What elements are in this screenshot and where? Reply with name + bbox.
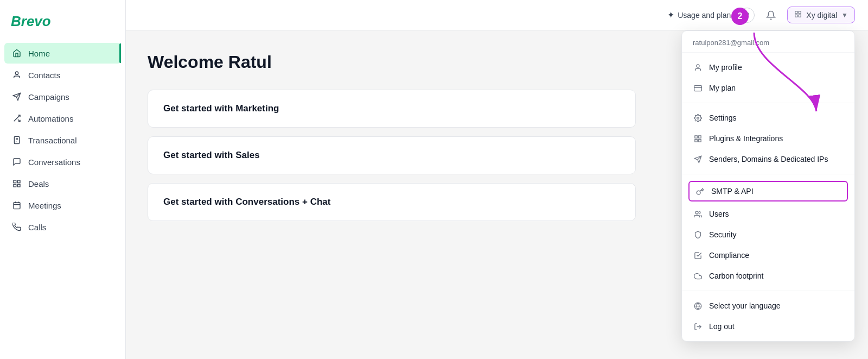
dropdown-smtp-label: SMTP & API [711,187,754,196]
card-sales[interactable]: Get started with Sales [148,136,636,174]
sidebar-nav: Home Contacts Campaigns Automations Tran… [0,43,125,237]
dropdown-item-smtp-api[interactable]: SMTP & API [688,181,848,201]
usage-and-plan-button[interactable]: ✦ Usage and plan [667,10,731,20]
svg-rect-22 [694,85,701,91]
conversations-icon [12,157,22,167]
deals-icon [12,179,22,188]
sidebar-item-conversations[interactable]: Conversations [4,152,121,172]
dropdown-security-label: Security [709,230,737,239]
dropdown-item-my-profile[interactable]: My profile [682,57,854,78]
sidebar-item-calls-label: Calls [28,223,46,232]
svg-rect-13 [14,203,20,209]
card-conversations-label: Get started with Conversations + Chat [163,197,330,207]
plugins-icon [693,134,703,143]
usage-trend-icon: ✦ [667,10,674,20]
dropdown-item-carbon[interactable]: Carbon footprint [682,266,854,286]
dropdown-carbon-label: Carbon footprint [709,272,763,280]
bell-icon [766,10,776,20]
dropdown-item-language[interactable]: Select your language [682,295,854,316]
dropdown-language-label: Select your language [709,301,781,310]
language-icon [693,301,703,311]
brevo-logo: Brevo [11,13,51,29]
sidebar: Brevo Home Contacts Campaigns Automation… [0,0,126,359]
card-sales-label: Get started with Sales [163,150,260,160]
account-grid-icon [794,10,802,20]
sidebar-item-campaigns[interactable]: Campaigns [4,86,121,107]
card-marketing[interactable]: Get started with Marketing [148,90,636,128]
logout-icon [693,322,703,331]
svg-rect-10 [17,180,20,183]
sidebar-item-calls[interactable]: Calls [4,217,121,237]
dropdown-section-2: Settings Plugins & Integrations Senders,… [682,103,854,174]
annotation-badge-2: 2 [731,8,749,25]
contacts-icon [12,70,22,80]
sidebar-item-campaigns-label: Campaigns [28,92,69,102]
sidebar-item-transactional[interactable]: Transactional [4,130,121,150]
smtp-icon [695,186,705,196]
dropdown-section-3: SMTP & API Users Security Compliance Car… [682,174,854,291]
svg-rect-26 [698,135,700,137]
usage-label: Usage and plan [678,11,731,20]
sidebar-item-meetings[interactable]: Meetings [4,195,121,216]
dropdown-email: ratulpon281@gmail.com [682,31,854,53]
chevron-down-icon: ▼ [841,11,848,19]
compliance-icon [693,250,703,260]
security-icon [693,230,703,240]
sidebar-item-contacts[interactable]: Contacts [4,65,121,85]
sidebar-item-automations-label: Automations [28,114,73,123]
svg-rect-17 [795,11,797,14]
account-dropdown-menu: ratulpon281@gmail.com My profile My plan… [681,30,855,342]
senders-icon [693,154,703,164]
dropdown-users-label: Users [709,210,729,218]
dropdown-senders-label: Senders, Domains & Dedicated IPs [709,155,828,163]
dropdown-item-compliance[interactable]: Compliance [682,245,854,266]
dropdown-section-4: Select your language Log out [682,291,854,341]
card-conversations[interactable]: Get started with Conversations + Chat [148,183,636,221]
dropdown-plugins-label: Plugins & Integrations [709,134,783,143]
card-marketing-label: Get started with Marketing [163,103,279,114]
svg-rect-18 [799,11,801,14]
svg-rect-9 [14,180,16,183]
sidebar-item-meetings-label: Meetings [28,201,61,210]
sidebar-item-deals[interactable]: Deals [4,173,121,194]
dropdown-item-security[interactable]: Security [682,224,854,245]
notifications-button[interactable] [763,8,778,23]
dropdown-item-my-plan[interactable]: My plan [682,78,854,98]
sidebar-item-contacts-label: Contacts [28,71,60,80]
settings-icon [693,113,703,123]
svg-point-24 [697,117,699,119]
dropdown-logout-label: Log out [709,322,735,331]
sidebar-item-transactional-label: Transactional [28,136,77,145]
dropdown-my-plan-label: My plan [709,84,736,92]
profile-icon [693,62,703,72]
campaigns-icon [12,92,22,102]
account-name: Xy digital [806,11,837,20]
meetings-icon [12,200,22,210]
svg-rect-25 [694,135,697,137]
logo: Brevo [0,9,125,43]
svg-rect-20 [799,15,801,17]
account-dropdown-button[interactable]: Xy digital ▼ [787,7,855,23]
sidebar-item-conversations-label: Conversations [28,158,80,167]
dropdown-settings-label: Settings [709,114,737,122]
dropdown-item-plugins[interactable]: Plugins & Integrations [682,128,854,149]
svg-point-31 [695,211,698,213]
svg-rect-27 [694,139,697,141]
topbar: ✦ Usage and plan ? Xy digital ▼ [126,0,868,30]
automations-icon [12,114,22,123]
users-icon [693,209,703,219]
home-icon [12,48,22,58]
svg-rect-12 [17,184,20,187]
dropdown-my-profile-label: My profile [709,63,742,72]
sidebar-item-home[interactable]: Home [4,43,121,64]
dropdown-item-senders[interactable]: Senders, Domains & Dedicated IPs [682,149,854,169]
dropdown-item-settings[interactable]: Settings [682,108,854,128]
dropdown-item-users[interactable]: Users [682,204,854,224]
dropdown-item-logout[interactable]: Log out [682,316,854,337]
sidebar-item-home-label: Home [28,49,50,58]
transactional-icon [12,135,22,145]
svg-point-0 [15,72,18,74]
dropdown-compliance-label: Compliance [709,251,749,260]
sidebar-item-automations[interactable]: Automations [4,108,121,129]
sidebar-item-deals-label: Deals [28,179,49,188]
